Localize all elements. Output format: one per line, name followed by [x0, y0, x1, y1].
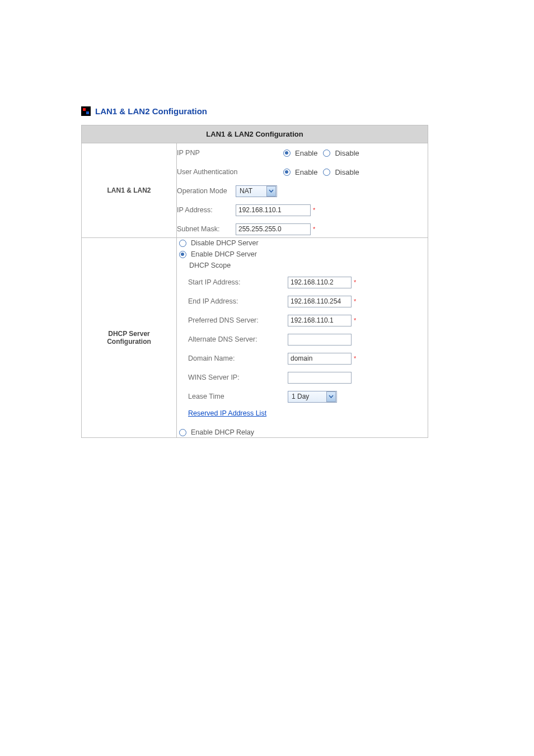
- dhcp-enable-relay-radio[interactable]: [179, 429, 186, 436]
- required-indicator: *: [354, 298, 356, 305]
- ip-pnp-label: IP PNP: [177, 149, 283, 157]
- dhcp-enable-server-radio[interactable]: [179, 251, 186, 258]
- svg-rect-0: [81, 106, 91, 116]
- end-ip-input[interactable]: [288, 296, 352, 307]
- dhcp-scope-label: DHCP Scope: [189, 262, 428, 269]
- lease-time-value: 1 Day: [288, 393, 326, 400]
- subnet-mask-label: Subnet Mask:: [177, 225, 236, 233]
- start-ip-label: Start IP Address:: [188, 278, 288, 286]
- dhcp-label-line2: Configuration: [82, 338, 176, 346]
- dhcp-settings-cell: Disable DHCP Server Enable DHCP Server D…: [177, 238, 428, 438]
- end-ip-label: End IP Address:: [188, 297, 288, 305]
- required-indicator: *: [354, 279, 356, 286]
- chevron-down-icon: [266, 186, 276, 197]
- dhcp-section-label: DHCP Server Configuration: [82, 238, 177, 438]
- operation-mode-select[interactable]: NAT: [236, 185, 277, 197]
- operation-mode-label: Operation Mode: [177, 187, 236, 195]
- chevron-down-icon: [326, 391, 336, 402]
- required-indicator: *: [313, 207, 315, 213]
- config-icon: [81, 106, 91, 116]
- ip-address-input[interactable]: [236, 204, 311, 216]
- wins-ip-input[interactable]: [288, 372, 352, 384]
- dhcp-label-line1: DHCP Server: [82, 330, 176, 338]
- lease-time-select[interactable]: 1 Day: [288, 391, 337, 403]
- domain-name-input[interactable]: [288, 353, 352, 365]
- disable-label: Disable: [335, 149, 359, 157]
- ip-pnp-enable-radio[interactable]: [283, 150, 291, 157]
- table-header: LAN1 & LAN2 Configuration: [82, 125, 428, 143]
- ip-address-label: IP Address:: [177, 206, 236, 214]
- required-indicator: *: [354, 317, 356, 324]
- dhcp-enable-relay-label: Enable DHCP Relay: [191, 428, 254, 436]
- alternate-dns-label: Alternate DNS Server:: [188, 335, 288, 343]
- preferred-dns-label: Preferred DNS Server:: [188, 316, 288, 324]
- required-indicator: *: [354, 355, 356, 362]
- user-auth-disable-radio[interactable]: [323, 169, 330, 176]
- dhcp-disable-server-radio[interactable]: [179, 240, 186, 247]
- wins-ip-label: WINS Server IP:: [188, 374, 288, 381]
- lease-time-label: Lease Time: [188, 393, 288, 400]
- required-indicator: *: [313, 226, 315, 232]
- lan-settings-cell: IP PNP Enable Disable User Authenticatio…: [177, 143, 428, 238]
- preferred-dns-input[interactable]: [288, 315, 352, 326]
- user-auth-label: User Authentication: [177, 168, 283, 176]
- disable-label-2: Disable: [335, 168, 359, 176]
- subnet-mask-input[interactable]: [236, 223, 311, 235]
- svg-rect-2: [86, 111, 89, 114]
- dhcp-enable-server-label: Enable DHCP Server: [191, 250, 257, 258]
- lan-section-label: LAN1 & LAN2: [82, 143, 177, 238]
- page-title-text: LAN1 & LAN2 Configuration: [95, 106, 207, 116]
- lan-config-table: LAN1 & LAN2 Configuration LAN1 & LAN2 IP…: [81, 125, 428, 438]
- operation-mode-value: NAT: [236, 187, 266, 195]
- user-auth-enable-radio[interactable]: [283, 169, 291, 176]
- page-title: LAN1 & LAN2 Configuration: [81, 106, 453, 116]
- svg-rect-1: [83, 108, 86, 111]
- reserved-ip-link[interactable]: Reserved IP Address List: [188, 409, 266, 417]
- ip-pnp-disable-radio[interactable]: [323, 150, 330, 157]
- dhcp-disable-server-label: Disable DHCP Server: [191, 239, 259, 247]
- alternate-dns-input[interactable]: [288, 334, 352, 346]
- enable-label-2: Enable: [295, 168, 317, 176]
- enable-label: Enable: [295, 149, 317, 157]
- domain-name-label: Domain Name:: [188, 354, 288, 362]
- start-ip-input[interactable]: [288, 277, 352, 288]
